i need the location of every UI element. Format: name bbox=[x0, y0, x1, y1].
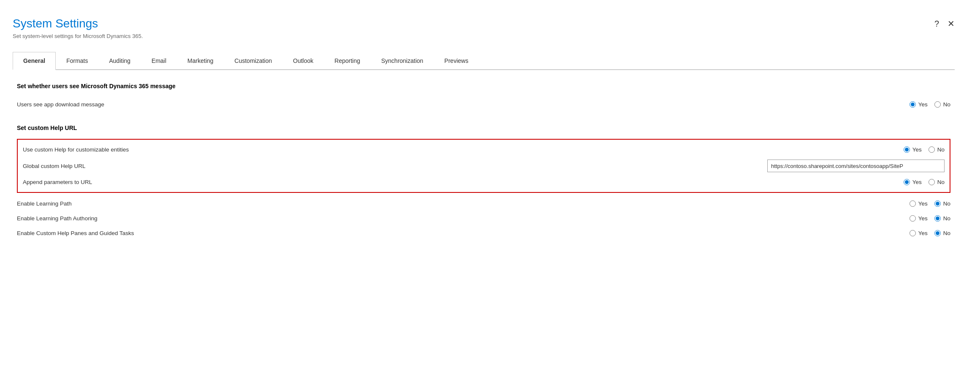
row-append-parameters: Append parameters to URL Yes No bbox=[23, 176, 945, 189]
control-use-custom-help: Yes No bbox=[826, 146, 945, 153]
close-icon[interactable]: ✕ bbox=[948, 19, 955, 28]
radio-input-enable-learning-path-authoring-no[interactable] bbox=[934, 215, 941, 222]
control-enable-learning-path-authoring: Yes No bbox=[832, 215, 950, 222]
radio-input-append-parameters-no[interactable] bbox=[929, 179, 935, 185]
header-title-section: System Settings Set system-level setting… bbox=[13, 17, 934, 39]
radio-input-app-download-no[interactable] bbox=[934, 101, 941, 108]
radio-append-parameters-no[interactable]: No bbox=[929, 179, 945, 185]
radio-group-enable-learning-path: Yes No bbox=[910, 200, 950, 207]
label-global-custom-help-url: Global custom Help URL bbox=[23, 163, 767, 169]
label-append-parameters: Append parameters to URL bbox=[23, 179, 826, 185]
radio-group-app-download: Yes No bbox=[910, 101, 950, 108]
tab-marketing[interactable]: Marketing bbox=[177, 52, 224, 69]
label-use-custom-help: Use custom Help for customizable entitie… bbox=[23, 146, 826, 153]
help-icon[interactable]: ? bbox=[934, 19, 939, 28]
label-enable-learning-path: Enable Learning Path bbox=[17, 200, 832, 207]
control-append-parameters: Yes No bbox=[826, 179, 945, 185]
radio-input-enable-learning-path-no[interactable] bbox=[934, 200, 941, 207]
radio-input-enable-learning-path-yes[interactable] bbox=[910, 200, 916, 207]
radio-enable-learning-path-authoring-yes[interactable]: Yes bbox=[910, 215, 928, 222]
label-app-download-message: Users see app download message bbox=[17, 101, 832, 108]
radio-input-use-custom-help-no[interactable] bbox=[929, 146, 935, 153]
tab-previews[interactable]: Previews bbox=[434, 52, 479, 69]
highlighted-custom-help-section: Use custom Help for customizable entitie… bbox=[17, 139, 950, 193]
radio-input-app-download-yes[interactable] bbox=[910, 101, 916, 108]
row-app-download-message: Users see app download message Yes No bbox=[17, 97, 950, 112]
radio-label-yes-4: Yes bbox=[918, 200, 928, 207]
dialog-header: System Settings Set system-level setting… bbox=[13, 17, 955, 39]
radio-label-yes-6: Yes bbox=[918, 230, 928, 236]
tab-auditing[interactable]: Auditing bbox=[98, 52, 141, 69]
radio-input-enable-custom-help-panes-yes[interactable] bbox=[910, 230, 916, 236]
tab-reporting[interactable]: Reporting bbox=[324, 52, 371, 69]
radio-label-no-6: No bbox=[943, 230, 950, 236]
radio-enable-learning-path-no[interactable]: No bbox=[934, 200, 950, 207]
radio-label-no: No bbox=[943, 101, 950, 108]
radio-group-enable-custom-help-panes: Yes No bbox=[910, 230, 950, 236]
radio-label-yes-5: Yes bbox=[918, 215, 928, 222]
section-microsoft-message: Set whether users see Microsoft Dynamics… bbox=[17, 83, 950, 112]
radio-input-enable-learning-path-authoring-yes[interactable] bbox=[910, 215, 916, 222]
radio-label-yes-2: Yes bbox=[912, 146, 922, 153]
radio-label-no-5: No bbox=[943, 215, 950, 222]
radio-group-enable-learning-path-authoring: Yes No bbox=[910, 215, 950, 222]
tab-outlook[interactable]: Outlook bbox=[282, 52, 324, 69]
dialog-subtitle: Set system-level settings for Microsoft … bbox=[13, 33, 934, 39]
tab-customization[interactable]: Customization bbox=[224, 52, 283, 69]
tab-email[interactable]: Email bbox=[141, 52, 177, 69]
radio-label-no-4: No bbox=[943, 200, 950, 207]
radio-label-no-2: No bbox=[937, 146, 945, 153]
input-global-custom-help-url[interactable] bbox=[767, 160, 945, 172]
radio-group-append-parameters: Yes No bbox=[904, 179, 945, 185]
radio-input-use-custom-help-yes[interactable] bbox=[904, 146, 910, 153]
row-enable-learning-path: Enable Learning Path Yes No bbox=[17, 196, 950, 211]
radio-app-download-no[interactable]: No bbox=[934, 101, 950, 108]
radio-use-custom-help-no[interactable]: No bbox=[929, 146, 945, 153]
radio-enable-custom-help-panes-yes[interactable]: Yes bbox=[910, 230, 928, 236]
radio-app-download-yes[interactable]: Yes bbox=[910, 101, 928, 108]
tabs-container: General Formats Auditing Email Marketing… bbox=[13, 52, 955, 70]
dialog-title: System Settings bbox=[13, 17, 934, 30]
radio-input-enable-custom-help-panes-no[interactable] bbox=[934, 230, 941, 236]
control-global-custom-help-url bbox=[767, 160, 945, 172]
section-title-microsoft-message: Set whether users see Microsoft Dynamics… bbox=[17, 83, 950, 89]
radio-group-use-custom-help: Yes No bbox=[904, 146, 945, 153]
radio-enable-learning-path-authoring-no[interactable]: No bbox=[934, 215, 950, 222]
section-custom-help: Set custom Help URL Use custom Help for … bbox=[17, 124, 950, 241]
control-enable-learning-path: Yes No bbox=[832, 200, 950, 207]
row-enable-learning-path-authoring: Enable Learning Path Authoring Yes No bbox=[17, 211, 950, 226]
tab-general[interactable]: General bbox=[13, 52, 56, 70]
row-use-custom-help: Use custom Help for customizable entitie… bbox=[23, 143, 945, 156]
tab-synchronization[interactable]: Synchronization bbox=[371, 52, 434, 69]
system-settings-dialog: System Settings Set system-level setting… bbox=[0, 0, 980, 387]
tab-formats[interactable]: Formats bbox=[56, 52, 98, 69]
control-app-download-message: Yes No bbox=[832, 101, 950, 108]
radio-label-yes-3: Yes bbox=[912, 179, 922, 185]
label-enable-learning-path-authoring: Enable Learning Path Authoring bbox=[17, 215, 832, 222]
radio-label-no-3: No bbox=[937, 179, 945, 185]
radio-input-append-parameters-yes[interactable] bbox=[904, 179, 910, 185]
radio-append-parameters-yes[interactable]: Yes bbox=[904, 179, 922, 185]
content-area: Set whether users see Microsoft Dynamics… bbox=[13, 83, 955, 241]
radio-use-custom-help-yes[interactable]: Yes bbox=[904, 146, 922, 153]
control-enable-custom-help-panes: Yes No bbox=[832, 230, 950, 236]
radio-enable-custom-help-panes-no[interactable]: No bbox=[934, 230, 950, 236]
row-global-custom-help-url: Global custom Help URL bbox=[23, 156, 945, 176]
header-actions: ? ✕ bbox=[934, 17, 955, 28]
row-enable-custom-help-panes: Enable Custom Help Panes and Guided Task… bbox=[17, 226, 950, 241]
radio-enable-learning-path-yes[interactable]: Yes bbox=[910, 200, 928, 207]
radio-label-yes: Yes bbox=[918, 101, 928, 108]
label-enable-custom-help-panes: Enable Custom Help Panes and Guided Task… bbox=[17, 230, 832, 236]
section-title-custom-help: Set custom Help URL bbox=[17, 124, 950, 131]
